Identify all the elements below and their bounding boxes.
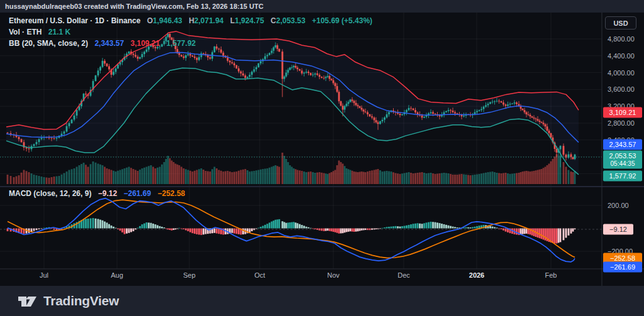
bb-label: BB (20, SMA, close, 2): [9, 39, 88, 48]
high-value: 2,071.94: [194, 16, 224, 25]
volume-legend-row[interactable]: Vol · ETH 21.1 K: [9, 28, 70, 36]
symbol-title: Ethereum / U.S. Dollar · 1D · Binance: [9, 16, 140, 25]
change-value: +105.69 (+5.43%): [312, 16, 372, 25]
time-tick-label: 2026: [469, 271, 484, 279]
macd-hist-badge: −9.12: [603, 224, 633, 235]
open-label: O: [147, 16, 153, 25]
volume-value: 21.1 K: [48, 28, 70, 36]
footer-bar: TradingView: [0, 286, 644, 316]
tradingview-chart-window: hussaynabdulraqeeb03 created with Tradin…: [0, 0, 644, 316]
macd-tick-label: 200.00: [608, 202, 629, 209]
time-tick-label: Jul: [40, 271, 48, 279]
watermark-bar: hussaynabdulraqeeb03 created with Tradin…: [0, 0, 644, 13]
price-tick-label: 2,800.00: [608, 119, 635, 127]
countdown-timer: 05:44:35: [603, 160, 642, 168]
bb-upper-badge-value: 3,109.21: [603, 109, 642, 117]
macd-line-badge: −261.69: [603, 262, 642, 273]
time-tick-label: Nov: [327, 271, 340, 279]
time-tick-label: Sep: [183, 271, 196, 279]
macd-hist-badge-value: −9.12: [603, 226, 633, 234]
macd-signal-value: −252.58: [158, 189, 186, 198]
close-label: C: [270, 16, 276, 25]
last-price-badge: 2,053.5305:44:35: [603, 151, 642, 169]
price-tick-label: 4,800.00: [608, 35, 635, 43]
close-value: 2,053.53: [276, 16, 306, 25]
tradingview-logo-icon[interactable]: [18, 291, 38, 310]
high-label: H: [189, 16, 194, 25]
bb-basis-badge: 2,343.57: [603, 139, 642, 150]
currency-toggle-button[interactable]: USD: [605, 16, 636, 30]
watermark-text: hussaynabdulraqeeb03 created with Tradin…: [5, 3, 264, 10]
bb-upper-value: 3,109.21: [130, 39, 160, 48]
symbol-legend-row[interactable]: Ethereum / U.S. Dollar · 1D · Binance O1…: [9, 16, 372, 25]
volume-label: Vol · ETH: [9, 28, 42, 36]
time-axis[interactable]: [0, 269, 602, 286]
bb-basis-badge-value: 2,343.57: [603, 141, 642, 149]
time-tick-label: Feb: [545, 271, 557, 279]
time-tick-label: Aug: [111, 271, 123, 279]
macd-line-badge-value: −261.69: [603, 263, 642, 271]
last-price-badge-value: 2,053.53: [603, 152, 642, 160]
tradingview-logo-text[interactable]: TradingView: [43, 293, 119, 308]
bb-legend-row[interactable]: BB (20, SMA, close, 2) 2,343.57 3,109.21…: [9, 39, 196, 48]
price-tick-label: 4,400.00: [608, 52, 635, 60]
bb-basis-value: 2,343.57: [94, 39, 124, 48]
bb-upper-badge: 3,109.21: [603, 107, 642, 118]
price-tick-label: 4,000.00: [608, 69, 635, 77]
macd-legend-row[interactable]: MACD (close, 12, 26, 9) −9.12 −261.69 −2…: [9, 189, 185, 198]
macd-hist-value: −9.12: [98, 189, 117, 198]
low-value: 1,924.75: [235, 16, 264, 25]
bb-lower-badge: 1,577.92: [603, 171, 642, 182]
time-tick-label: Oct: [254, 271, 265, 279]
open-value: 1,946.43: [153, 16, 182, 25]
bb-lower-badge-value: 1,577.92: [603, 172, 642, 180]
bb-lower-value: 1,577.92: [167, 39, 196, 48]
price-tick-label: 3,600.00: [608, 85, 635, 93]
macd-label: MACD (close, 12, 26, 9): [9, 189, 91, 198]
macd-line-value: −261.69: [123, 189, 151, 198]
time-tick-label: Dec: [397, 271, 410, 279]
